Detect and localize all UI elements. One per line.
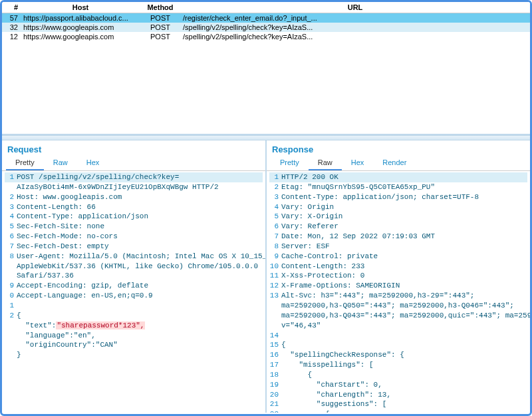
tab-hex[interactable]: Hex — [342, 157, 374, 170]
code-text: "charStart": 0, — [281, 380, 382, 390]
code-line: 5Sec-Fetch-Site: none — [5, 222, 263, 232]
gutter: 9 — [5, 281, 17, 291]
code-line: 7Sec-Fetch-Dest: empty — [5, 242, 263, 252]
gutter: 7 — [5, 242, 17, 252]
gutter — [269, 301, 281, 311]
gutter: 2 — [269, 182, 281, 192]
gutter: 1 — [5, 172, 17, 182]
code-line: 8Server: ESF — [269, 242, 527, 252]
code-text: Server: ESF — [281, 242, 330, 252]
tab-pretty[interactable]: Pretty — [271, 157, 309, 170]
code-line: ma=2592000,h3-Q050=":443"; ma=2592000,h3… — [269, 301, 527, 311]
header-method[interactable]: Method — [140, 2, 180, 13]
tab-raw[interactable]: Raw — [309, 157, 342, 170]
gutter: 21 — [269, 399, 281, 409]
gutter: 10 — [269, 262, 281, 272]
gutter: 8 — [269, 242, 281, 252]
gutter: 1 — [269, 172, 281, 182]
tab-pretty[interactable]: Pretty — [6, 157, 44, 170]
cell-host: https://www.googleapis.com — [21, 23, 140, 32]
code-line: 13Alt-Svc: h3=":443"; ma=2592000,h3-29="… — [269, 291, 527, 301]
gutter: 4 — [5, 212, 17, 222]
code-text: { — [281, 340, 286, 350]
gutter: 14 — [269, 331, 281, 341]
code-line: 15{ — [269, 340, 527, 350]
code-text: Date: Mon, 12 Sep 2022 07:19:03 GMT — [281, 232, 435, 242]
code-line: 6Vary: Referer — [269, 222, 527, 232]
response-tabs: PrettyRawHexRender — [267, 157, 530, 171]
code-text: POST /spelling/v2/spelling/check?key= — [17, 172, 179, 182]
gutter: 11 — [269, 271, 281, 281]
gutter: 4 — [269, 202, 281, 212]
gutter — [269, 321, 281, 331]
message-panels: Request PrettyRawHex 1POST /spelling/v2/… — [2, 140, 530, 413]
gutter — [5, 271, 17, 281]
cell-method: POST — [140, 13, 180, 23]
code-line: 11X-Xss-Protection: 0 — [269, 271, 527, 281]
code-line: 1HTTP/2 200 OK — [269, 172, 527, 182]
code-line: 4Vary: Origin — [269, 202, 527, 212]
gutter: 3 — [5, 202, 17, 212]
code-text: AppleWebKit/537.36 (KHTML, like Gecko) C… — [17, 262, 258, 272]
code-line: 18 { — [269, 370, 527, 380]
tab-render[interactable]: Render — [373, 157, 416, 170]
request-panel: Request PrettyRawHex 1POST /spelling/v2/… — [2, 140, 267, 413]
request-tabs: PrettyRawHex — [2, 157, 265, 171]
table-row[interactable]: 32https://www.googleapis.comPOST/spellin… — [2, 23, 530, 32]
gutter: 22 — [269, 409, 281, 413]
tab-raw[interactable]: Raw — [44, 157, 77, 170]
code-line: 20 "charLength": 13, — [269, 390, 527, 400]
gutter: 13 — [269, 291, 281, 301]
gutter: 15 — [269, 340, 281, 350]
code-line: 7Date: Mon, 12 Sep 2022 07:19:03 GMT — [269, 232, 527, 242]
tab-hex[interactable]: Hex — [77, 157, 109, 170]
gutter: 2 — [5, 192, 17, 202]
table-row[interactable]: 57https://passport.alibabacloud.c...POST… — [2, 13, 530, 23]
code-line: AppleWebKit/537.36 (KHTML, like Gecko) C… — [5, 262, 263, 272]
code-line: 19 "charStart": 0, — [269, 380, 527, 390]
table-row[interactable]: 12https://www.googleapis.comPOST/spellin… — [2, 32, 530, 41]
gutter — [5, 182, 17, 192]
header-num[interactable]: # — [2, 2, 21, 13]
gutter: 18 — [269, 370, 281, 380]
gutter: 3 — [269, 192, 281, 202]
code-line: 9Accept-Encoding: gzip, deflate — [5, 281, 263, 291]
code-line: 5Vary: X-Origin — [269, 212, 527, 222]
cell-host: https://passport.alibabacloud.c... — [21, 13, 140, 23]
request-editor[interactable]: 1POST /spelling/v2/spelling/check?key=AI… — [2, 171, 265, 413]
code-line: 2{ — [5, 311, 263, 321]
code-line: 21 "suggestions": [ — [269, 399, 527, 409]
code-text: X-Frame-Options: SAMEORIGIN — [281, 281, 400, 291]
cell-url: /spelling/v2/spelling/check?key=AIzaS... — [180, 23, 530, 32]
code-line: "language":"en", — [5, 331, 263, 341]
http-history-table[interactable]: # Host Method URL 57https://passport.ali… — [2, 2, 530, 41]
request-title: Request — [2, 140, 265, 157]
code-text: v="46,43" — [281, 321, 321, 331]
code-text: Safari/537.36 — [17, 271, 74, 281]
code-line: 3Content-Type: application/json; charset… — [269, 192, 527, 202]
cell-url: /register/check_enter_email.do?_input_..… — [180, 13, 530, 23]
code-text: Accept-Encoding: gzip, deflate — [17, 281, 148, 291]
panel-separator — [2, 135, 530, 140]
response-editor[interactable]: 1HTTP/2 200 OK2Etag: "mnuQSrnYbS95-Q5C0T… — [267, 171, 530, 413]
gutter: 7 — [269, 232, 281, 242]
code-text: "charLength": 13, — [281, 390, 391, 400]
code-text: Sec-Fetch-Site: none — [17, 222, 104, 232]
code-text: Vary: Origin — [281, 202, 334, 212]
table-header-row: # Host Method URL — [2, 2, 530, 13]
gutter: 5 — [269, 212, 281, 222]
code-text: Host: www.googleapis.com — [17, 192, 122, 202]
code-text: Sec-Fetch-Mode: no-cors — [17, 232, 118, 242]
code-text: Sec-Fetch-Dest: empty — [17, 242, 109, 252]
cell-num: 32 — [2, 23, 21, 32]
header-host[interactable]: Host — [21, 2, 140, 13]
code-line: 17 "misspellings": [ — [269, 360, 527, 370]
code-line: 6Sec-Fetch-Mode: no-cors — [5, 232, 263, 242]
code-line: 12X-Frame-Options: SAMEORIGIN — [269, 281, 527, 291]
header-url[interactable]: URL — [180, 2, 530, 13]
code-line: 8User-Agent: Mozilla/5.0 (Macintosh; Int… — [5, 252, 263, 262]
code-line: 9Cache-Control: private — [269, 252, 527, 262]
code-text: Etag: "mnuQSrnYbS95-Q5C0TEA65xp_PU" — [281, 182, 435, 192]
code-text: { — [281, 409, 330, 413]
code-line: 22 { — [269, 409, 527, 413]
